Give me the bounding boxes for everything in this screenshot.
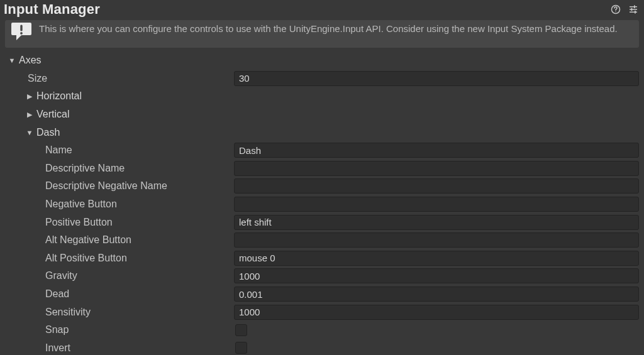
sensitivity-input[interactable] bbox=[234, 305, 639, 320]
sensitivity-row: ▼ Sensitivity bbox=[8, 303, 639, 321]
axes-label: Axes bbox=[19, 55, 42, 66]
horizontal-label: Horizontal bbox=[36, 90, 82, 102]
gravity-input[interactable] bbox=[234, 268, 639, 283]
invert-row: ▼ Invert bbox=[8, 339, 639, 356]
name-input[interactable] bbox=[234, 143, 639, 158]
alt-positive-button-row: ▼ Alt Positive Button bbox=[8, 249, 639, 268]
properties-list: ▼ Axes ▼ Size ▶ Horizontal bbox=[0, 52, 644, 355]
info-box: This is where you can configure the cont… bbox=[5, 20, 639, 48]
dash-foldout[interactable]: ▼ Dash bbox=[8, 123, 639, 141]
name-label: Name bbox=[45, 145, 72, 156]
alt-negative-button-row: ▼ Alt Negative Button bbox=[8, 231, 639, 249]
svg-point-9 bbox=[20, 32, 23, 35]
gravity-label: Gravity bbox=[45, 270, 77, 281]
dash-label: Dash bbox=[36, 127, 60, 138]
invert-label: Invert bbox=[45, 342, 70, 354]
size-row: ▼ Size bbox=[8, 70, 639, 88]
svg-rect-5 bbox=[634, 6, 635, 9]
panel-header: Input Manager bbox=[0, 0, 644, 19]
positive-button-label: Positive Button bbox=[45, 217, 113, 228]
gravity-row: ▼ Gravity bbox=[8, 267, 639, 285]
svg-rect-4 bbox=[630, 12, 637, 13]
snap-checkbox[interactable] bbox=[235, 324, 247, 336]
negative-button-input[interactable] bbox=[234, 197, 639, 212]
vertical-foldout[interactable]: ▶ Vertical bbox=[8, 106, 639, 124]
panel-title: Input Manager bbox=[4, 1, 100, 18]
size-label: Size bbox=[28, 73, 47, 84]
svg-rect-6 bbox=[631, 8, 633, 11]
svg-point-1 bbox=[615, 11, 616, 12]
alt-negative-button-label: Alt Negative Button bbox=[45, 234, 131, 246]
dead-row: ▼ Dead bbox=[8, 285, 639, 303]
speech-bubble-icon bbox=[10, 20, 33, 43]
negative-button-row: ▼ Negative Button bbox=[8, 195, 639, 214]
invert-checkbox[interactable] bbox=[235, 342, 247, 354]
name-row: ▼ Name bbox=[8, 141, 639, 160]
foldout-arrow-right-icon: ▶ bbox=[25, 92, 34, 101]
svg-rect-3 bbox=[630, 9, 637, 10]
descriptive-negative-name-label: Descriptive Negative Name bbox=[45, 180, 167, 192]
header-icons bbox=[610, 4, 639, 15]
input-manager-panel: Input Manager bbox=[0, 0, 644, 355]
snap-label: Snap bbox=[45, 324, 69, 336]
help-icon[interactable] bbox=[610, 4, 621, 15]
descriptive-negative-name-row: ▼ Descriptive Negative Name bbox=[8, 177, 639, 195]
size-input[interactable] bbox=[234, 71, 639, 86]
horizontal-foldout[interactable]: ▶ Horizontal bbox=[8, 87, 639, 106]
axes-foldout[interactable]: ▼ Axes bbox=[8, 52, 639, 70]
descriptive-negative-name-input[interactable] bbox=[234, 178, 639, 194]
info-text: This is where you can configure the cont… bbox=[39, 23, 618, 35]
svg-rect-2 bbox=[630, 6, 637, 8]
alt-positive-button-label: Alt Positive Button bbox=[45, 253, 127, 264]
positive-button-input[interactable] bbox=[234, 215, 639, 230]
foldout-arrow-down-icon: ▼ bbox=[25, 129, 34, 136]
alt-negative-button-input[interactable] bbox=[234, 232, 639, 248]
dead-input[interactable] bbox=[234, 287, 639, 302]
descriptive-name-label: Descriptive Name bbox=[45, 163, 125, 174]
settings-icon[interactable] bbox=[628, 4, 639, 15]
svg-rect-7 bbox=[635, 11, 636, 14]
descriptive-name-row: ▼ Descriptive Name bbox=[8, 160, 639, 178]
alt-positive-button-input[interactable] bbox=[234, 251, 639, 266]
svg-rect-8 bbox=[20, 25, 22, 31]
negative-button-label: Negative Button bbox=[45, 199, 117, 210]
dead-label: Dead bbox=[45, 288, 69, 300]
snap-row: ▼ Snap bbox=[8, 321, 639, 339]
sensitivity-label: Sensitivity bbox=[45, 307, 91, 318]
positive-button-row: ▼ Positive Button bbox=[8, 213, 639, 231]
foldout-arrow-down-icon: ▼ bbox=[8, 57, 16, 64]
descriptive-name-input[interactable] bbox=[234, 161, 639, 176]
foldout-arrow-right-icon: ▶ bbox=[25, 111, 34, 119]
vertical-label: Vertical bbox=[36, 109, 69, 120]
